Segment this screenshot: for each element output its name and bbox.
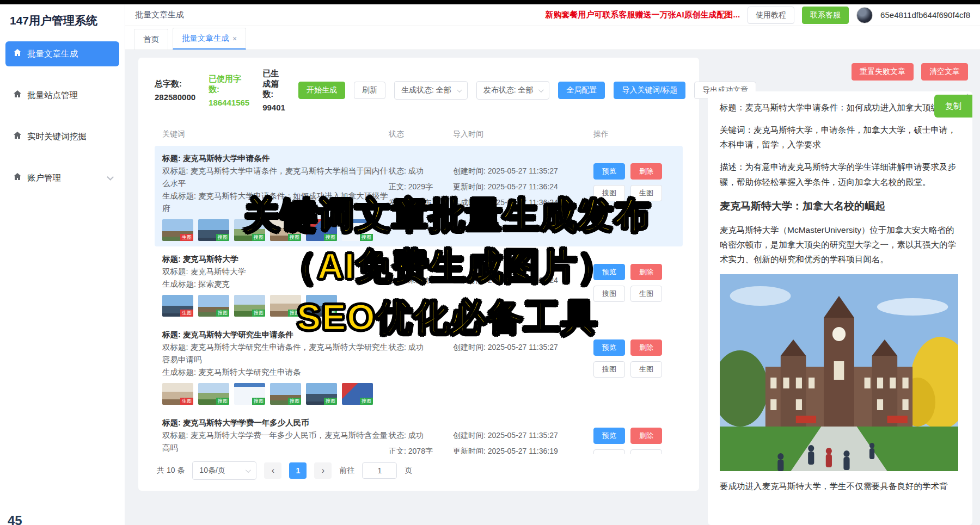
- chevron-down-icon: [457, 87, 462, 92]
- refresh-button[interactable]: 刷新: [354, 82, 385, 99]
- next-page-icon[interactable]: ›: [314, 462, 332, 479]
- home-icon: [13, 172, 22, 183]
- preview-title: 标题：麦克马斯特大学申请条件：如何成功进入加拿大顶级学府: [720, 100, 958, 115]
- sidebar-menu: 批量文章生成 批量站点管理 实时关键词挖掘 账户管理: [0, 38, 125, 210]
- delete-button[interactable]: 删除: [630, 163, 662, 180]
- page-number[interactable]: 1: [289, 462, 307, 479]
- article-thumbnail[interactable]: 搜图: [270, 295, 301, 317]
- copy-button[interactable]: 复制: [934, 95, 972, 118]
- close-tab-icon[interactable]: ×: [232, 34, 237, 43]
- row-word-count: 正文: 2029字: [389, 181, 453, 193]
- page-unit: 页: [405, 466, 412, 475]
- article-thumbnail[interactable]: 搜图: [234, 383, 265, 405]
- pagination: 共 10 条 10条/页 ‹ 1 › 前往 页: [155, 454, 683, 483]
- publish-status-select[interactable]: 发布状态: 全部: [476, 81, 550, 100]
- search-image-button[interactable]: 搜图: [593, 286, 625, 302]
- row-double-title: 双标题: 麦克马斯特大学申请条件，麦克马斯特大学相当于国内什么水平: [162, 165, 389, 190]
- prev-page-icon[interactable]: ‹: [264, 462, 281, 479]
- generate-status-select[interactable]: 生成状态: 全部: [394, 81, 468, 100]
- article-thumbnail[interactable]: 搜图: [234, 219, 265, 241]
- preview-button[interactable]: 预览: [593, 163, 625, 180]
- chevron-down-icon: [246, 467, 251, 473]
- thumb-badge: 搜图: [360, 398, 373, 405]
- table-body: 标题: 麦克马斯特大学申请条件 双标题: 麦克马斯特大学申请条件，麦克马斯特大学…: [155, 146, 683, 454]
- thumb-badge: 生图: [180, 234, 193, 241]
- article-thumbnail[interactable]: 搜图: [198, 219, 229, 241]
- generate-image-button[interactable]: 生图: [630, 449, 662, 454]
- col-import-time: 导入时间: [453, 129, 593, 139]
- row-double-title: 双标题: 麦克马斯特大学学费一年多少人民币，麦克马斯特含金量高吗: [162, 429, 389, 454]
- preview-button[interactable]: 预览: [593, 264, 625, 280]
- sidebar-item-batch-site[interactable]: 批量站点管理: [5, 83, 119, 108]
- row-double-title: 双标题: 麦克马斯特大学研究生申请条件，麦克马斯特大学研究生容易申请吗: [162, 341, 389, 366]
- clear-articles-button[interactable]: 清空文章: [921, 63, 968, 81]
- article-thumbnail[interactable]: 生图: [162, 295, 193, 317]
- goto-page-input[interactable]: [362, 462, 397, 479]
- col-action: 操作: [593, 129, 675, 139]
- article-thumbnail[interactable]: 搜图: [306, 295, 337, 317]
- home-icon: [13, 131, 22, 142]
- article-thumbnail[interactable]: 搜图: [306, 219, 337, 241]
- row-status: 状态: 成功: [389, 430, 453, 441]
- delete-button[interactable]: 删除: [630, 428, 662, 444]
- table-row[interactable]: 标题: 麦克马斯特大学研究生申请条件 双标题: 麦克马斯特大学研究生申请条件，麦…: [155, 322, 683, 410]
- article-thumbnail[interactable]: 搜图: [270, 383, 301, 405]
- sidebar-item-batch-article[interactable]: 批量文章生成: [5, 41, 119, 66]
- search-image-button[interactable]: 搜图: [593, 361, 625, 378]
- contact-support-button[interactable]: 联系客服: [802, 7, 849, 24]
- thumb-badge: 生图: [180, 310, 193, 317]
- header: 批量文章生成 新购套餐用户可联系客服赠送一万张AI原创生成配图... 使用教程 …: [125, 4, 980, 26]
- thumb-badge: 搜图: [324, 398, 337, 405]
- tutorial-button[interactable]: 使用教程: [748, 7, 794, 24]
- generate-image-button[interactable]: 生图: [630, 185, 662, 201]
- thumb-badge: 搜图: [252, 398, 265, 405]
- article-thumbnail[interactable]: 搜图: [270, 219, 301, 241]
- stat-generated-count: 已生成篇数: 99401: [262, 69, 285, 112]
- search-image-button[interactable]: 搜图: [593, 449, 625, 454]
- total-count: 共 10 条: [157, 466, 185, 475]
- table-row[interactable]: 标题: 麦克马斯特大学学费一年多少人民币 双标题: 麦克马斯特大学学费一年多少人…: [155, 410, 683, 454]
- campus-photo: [720, 274, 958, 471]
- article-thumbnail[interactable]: 搜图: [342, 383, 373, 405]
- preview-paragraph: 麦克马斯特大学（McMasterUniversity）位于加拿大安大略省的哈密尔…: [720, 223, 958, 267]
- chevron-down-icon: [107, 174, 114, 181]
- letterbox-bar: [0, 0, 980, 4]
- sidebar-item-label: 批量站点管理: [27, 90, 78, 101]
- article-thumbnail[interactable]: 搜图: [342, 219, 373, 241]
- avatar[interactable]: [856, 7, 873, 23]
- sidebar-item-label: 实时关键词挖掘: [27, 131, 87, 143]
- import-keywords-button[interactable]: 导入关键词/标题: [614, 82, 685, 99]
- row-publish-status: 发布: 未发布: [389, 197, 453, 208]
- delete-button[interactable]: 删除: [630, 264, 662, 280]
- preview-button[interactable]: 预览: [593, 339, 625, 356]
- article-thumbnail[interactable]: 搜图: [198, 383, 229, 405]
- generate-image-button[interactable]: 生图: [630, 286, 662, 302]
- delete-button[interactable]: 删除: [630, 339, 662, 356]
- article-thumbnail[interactable]: 搜图: [198, 295, 229, 317]
- row-updated-time: 更新时间: 2025-05-27 11:36:19: [453, 446, 593, 454]
- search-image-button[interactable]: 搜图: [593, 185, 625, 201]
- start-generate-button[interactable]: 开始生成: [298, 82, 345, 99]
- table-row[interactable]: 标题: 麦克马斯特大学申请条件 双标题: 麦克马斯特大学申请条件，麦克马斯特大学…: [155, 146, 683, 246]
- preview-button[interactable]: 预览: [593, 428, 625, 444]
- article-thumbnail[interactable]: 生图: [162, 219, 193, 241]
- article-thumbnail[interactable]: 搜图: [234, 295, 265, 317]
- row-created-time: 创建时间: 2025-05-27 11:35:27: [453, 342, 593, 353]
- row-generated-title: 生成标题: 麦克马斯特大学申请条件：如何成功进入加拿大顶级学府: [162, 190, 389, 215]
- tab-home[interactable]: 首页: [134, 29, 168, 50]
- sidebar-item-account[interactable]: 账户管理: [5, 165, 119, 190]
- generate-image-button[interactable]: 生图: [630, 361, 662, 378]
- article-thumbnail[interactable]: 搜图: [306, 383, 337, 405]
- article-thumbnail[interactable]: 生图: [162, 383, 193, 405]
- thumb-badge: 搜图: [216, 234, 229, 241]
- row-double-title: 双标题: 麦克马斯特大学: [162, 265, 389, 278]
- table-row[interactable]: 标题: 麦克马斯特大学 双标题: 麦克马斯特大学 生成标题: 探索麦克 生图 搜…: [155, 246, 683, 322]
- reset-failed-button[interactable]: 重置失败文章: [852, 63, 914, 81]
- sidebar-item-keyword-mining[interactable]: 实时关键词挖掘: [5, 124, 119, 149]
- promo-notice[interactable]: 新购套餐用户可联系客服赠送一万张AI原创生成配图...: [546, 10, 740, 20]
- table-header: 关键词 状态 导入时间 操作: [155, 126, 683, 146]
- global-config-button[interactable]: 全局配置: [558, 82, 605, 99]
- page-size-select[interactable]: 10条/页: [192, 461, 256, 480]
- tab-batch-article[interactable]: 批量文章生成 ×: [173, 28, 246, 50]
- goto-label: 前往: [339, 466, 354, 475]
